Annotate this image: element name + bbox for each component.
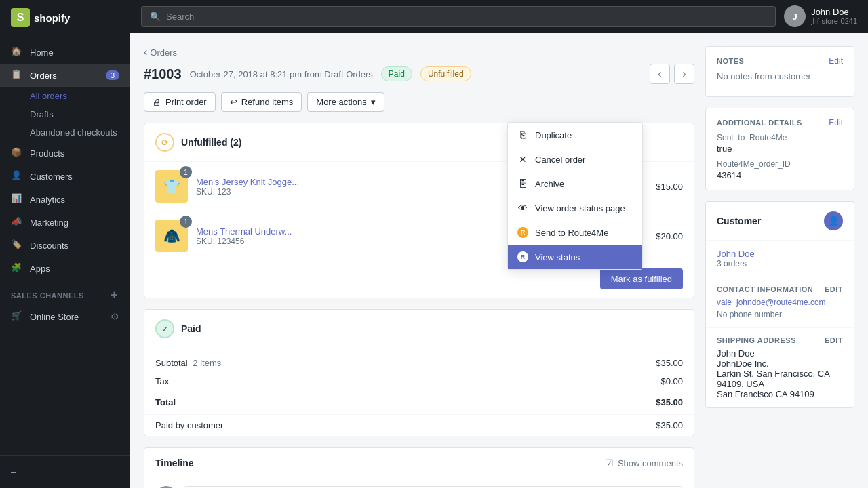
copy-icon: ⎘: [517, 129, 528, 140]
order-number: #1003: [144, 66, 182, 82]
logo-icon: S: [11, 8, 30, 27]
shipping-edit-link[interactable]: Edit: [825, 336, 843, 344]
item-qty-badge: 1: [180, 166, 192, 178]
shipping-line-3: Larkin St. San Francisco, CA 94109. USA: [717, 369, 843, 389]
sidebar-item-products[interactable]: 📦 Products: [0, 142, 130, 165]
no-notes-text: No notes from customer: [717, 71, 843, 81]
shipping-line-4: San Francisco CA 94109: [717, 389, 843, 399]
comment-area: J Leave a comment... ☺ @ # 🔗 Post: [144, 478, 694, 488]
order-header: #1003 October 27, 2018 at 8:21 pm from D…: [144, 64, 694, 84]
eye-icon: 👁: [517, 203, 528, 214]
sidebar-item-analytics[interactable]: 📊 Analytics: [0, 188, 130, 211]
sidebar-item-customers[interactable]: 👤 Customers: [0, 165, 130, 188]
dropdown-item-view-status[interactable]: 👁 View order status page: [508, 196, 642, 220]
prev-next-nav: ‹ ›: [650, 64, 694, 84]
customer-name-link[interactable]: John Doe: [717, 249, 843, 259]
payment-title: Paid: [181, 323, 201, 334]
customer-title: Customer: [717, 216, 761, 226]
main-area: 🔍 J John Doe jhf-store-0241 ‹ Orders: [130, 0, 868, 488]
total-label: Total: [155, 397, 176, 407]
sidebar-header: S shopify: [0, 0, 130, 35]
discounts-icon: 🏷️: [11, 239, 23, 251]
content-side: Notes Edit No notes from customer ADDITI…: [705, 46, 854, 474]
notes-edit-link[interactable]: Edit: [829, 56, 843, 66]
add-channel-icon[interactable]: ＋: [108, 288, 120, 302]
user-name: John Doe: [811, 7, 857, 18]
timeline-header: Timeline ☑ Show comments: [144, 448, 694, 478]
item-image: 👕 1: [155, 170, 188, 203]
dropdown-item-archive[interactable]: 🗄 Archive: [508, 171, 642, 196]
customer-card: Customer 👤 John Doe 3 orders CONTACT INF…: [705, 201, 854, 408]
item-price: $15.00: [642, 182, 683, 192]
refund-items-button[interactable]: ↩ Refund items: [221, 92, 302, 112]
dropdown-item-label: View status: [535, 252, 580, 262]
show-comments-toggle[interactable]: ☑ Show comments: [605, 458, 683, 468]
sidebar-item-orders[interactable]: 📋 Orders 3: [0, 64, 130, 87]
customer-body: John Doe 3 orders: [706, 241, 854, 277]
user-area: J John Doe jhf-store-0241: [784, 5, 857, 27]
additional-details-title: ADDITIONAL DETAILS Edit: [717, 118, 843, 127]
paid-by-label: Paid by customer: [155, 420, 223, 430]
sidebar-item-apps[interactable]: 🧩 Apps: [0, 257, 130, 280]
next-order-button[interactable]: ›: [674, 64, 694, 84]
sidebar-item-marketing[interactable]: 📣 Marketing: [0, 211, 130, 234]
paid-status-icon: ✓: [155, 319, 174, 338]
prev-order-button[interactable]: ‹: [650, 64, 670, 84]
print-order-button[interactable]: 🖨 Print order: [144, 92, 216, 112]
customer-card-header: Customer 👤: [706, 202, 854, 241]
sidebar-sub-abandoned[interactable]: Abandoned checkouts: [0, 123, 130, 142]
online-store-settings-icon[interactable]: ⚙: [111, 311, 119, 322]
payment-card: ✓ Paid Subtotal 2 items $35.00 Tax: [144, 309, 694, 436]
shipping-section: SHIPPING ADDRESS Edit John Doe JohnDoe I…: [706, 327, 854, 407]
show-comments-label: Show comments: [618, 458, 683, 468]
shipping-line-1: John Doe: [717, 348, 843, 359]
contact-phone: No phone number: [717, 310, 843, 319]
dropdown-item-label: Cancel order: [535, 155, 585, 165]
page-back[interactable]: ‹ Orders: [144, 46, 694, 58]
sidebar: S shopify 🏠 Home 📋 Orders 3 All orders D…: [0, 0, 130, 488]
search-bar[interactable]: 🔍: [141, 6, 776, 27]
sidebar-item-label: Apps: [30, 264, 50, 274]
more-actions-button[interactable]: More actions ▾: [307, 92, 384, 112]
orders-icon: 📋: [11, 69, 23, 81]
route4me-icon: R: [517, 227, 528, 238]
contact-email[interactable]: vale+johndoe@route4me.com: [717, 298, 843, 307]
search-input[interactable]: [166, 12, 767, 22]
customer-avatar-icon: 👤: [824, 211, 843, 230]
contact-edit-link[interactable]: Edit: [825, 285, 843, 293]
total-row: Total $35.00: [144, 390, 694, 414]
customers-icon: 👤: [11, 170, 23, 182]
sidebar-sub-all-orders[interactable]: All orders: [0, 87, 130, 105]
user-store: jhf-store-0241: [811, 17, 857, 26]
dropdown-item-label: Duplicate: [535, 130, 572, 140]
sidebar-item-discounts[interactable]: 🏷️ Discounts: [0, 234, 130, 257]
payment-details: Subtotal 2 items $35.00 Tax $0.00 Total …: [144, 348, 694, 436]
sent-to-key: Sent_to_Route4Me: [717, 133, 843, 142]
item-image: 🧥 1: [155, 220, 188, 252]
subtotal-row: Subtotal 2 items $35.00: [144, 354, 694, 372]
more-actions-dropdown: ⎘ Duplicate ✕ Cancel order 🗄 Archive 👁 V…: [507, 122, 643, 270]
mark-fulfilled-button[interactable]: Mark as fulfilled: [600, 268, 683, 289]
dropdown-item-duplicate[interactable]: ⎘ Duplicate: [508, 123, 642, 147]
unfulfilled-status-icon: ⟳: [155, 133, 174, 152]
sidebar-bottom-item: –: [0, 462, 130, 483]
dropdown-item-cancel[interactable]: ✕ Cancel order: [508, 147, 642, 171]
paid-badge: Paid: [381, 66, 412, 81]
sent-to-value: true: [717, 144, 843, 154]
additional-details-card: ADDITIONAL DETAILS Edit Sent_to_Route4Me…: [705, 108, 854, 190]
additional-details-edit-link[interactable]: Edit: [829, 118, 843, 127]
order-actions: 🖨 Print order ↩ Refund items More action…: [144, 92, 694, 112]
sidebar-item-label: Discounts: [30, 241, 68, 251]
dropdown-item-send-route4me[interactable]: R Send to Route4Me: [508, 220, 642, 245]
sidebar-item-label: Analytics: [30, 195, 65, 205]
user-avatar: J: [784, 5, 806, 27]
dropdown-item-view-status-r4m[interactable]: R View status: [508, 245, 642, 269]
sidebar-item-home[interactable]: 🏠 Home: [0, 41, 130, 64]
timeline-title: Timeline: [155, 458, 194, 468]
sidebar-sub-drafts[interactable]: Drafts: [0, 105, 130, 123]
order-date: October 27, 2018 at 8:21 pm from Draft O…: [190, 69, 373, 79]
user-info: John Doe jhf-store-0241: [811, 7, 857, 26]
apps-icon: 🧩: [11, 262, 23, 274]
sidebar-item-online-store[interactable]: 🛒 Online Store ⚙: [0, 305, 130, 328]
shopify-logo: S shopify: [11, 8, 70, 27]
